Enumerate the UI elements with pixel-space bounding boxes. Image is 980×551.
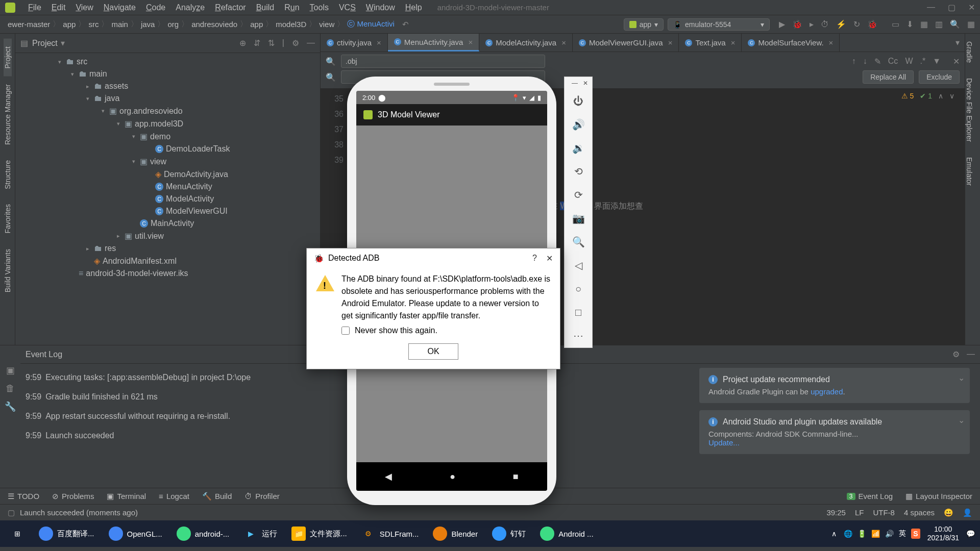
- emulator-close-icon[interactable]: ✕: [583, 80, 588, 87]
- tree-arrow-icon[interactable]: ▾: [100, 108, 107, 114]
- warning-badge[interactable]: ⚠ 5: [901, 92, 914, 100]
- menu-window[interactable]: Window: [361, 3, 400, 12]
- eventlog-settings-icon[interactable]: 🔧: [5, 401, 16, 412]
- taskbar-app[interactable]: Blender: [428, 524, 483, 543]
- profile-icon[interactable]: ⏱: [821, 20, 829, 29]
- crumb[interactable]: src: [86, 20, 101, 29]
- tool-todo[interactable]: ☰ TODO: [8, 492, 39, 501]
- never-show-label[interactable]: Never show this again.: [355, 326, 437, 335]
- tree-item[interactable]: ◈DemoActivity.java: [15, 168, 320, 181]
- menu-tools[interactable]: Tools: [305, 3, 334, 12]
- tray-battery-icon[interactable]: 🔋: [857, 530, 866, 538]
- coverage-icon[interactable]: ▸: [810, 19, 814, 29]
- resource-manager-icon[interactable]: ▦: [920, 19, 928, 29]
- project-tree[interactable]: ▾🖿src▾🖿main▸🖿assets▾🖿java▾▣org.andresovi…: [15, 53, 320, 345]
- file-encoding[interactable]: UTF-8: [873, 508, 895, 517]
- menu-edit[interactable]: Edit: [46, 3, 71, 12]
- project-dropdown-icon[interactable]: ▤: [20, 38, 28, 48]
- gutter-gradle[interactable]: Gradle: [965, 34, 973, 70]
- crumb[interactable]: ewer-master: [5, 20, 53, 29]
- match-case-icon[interactable]: Cc: [888, 57, 898, 66]
- inspection-icon[interactable]: 👤: [963, 508, 972, 517]
- tree-item[interactable]: CModelViewerGUI: [15, 205, 320, 217]
- emulator-more-icon[interactable]: ⋯: [565, 324, 592, 347]
- prev-occurrence-icon[interactable]: ↑: [852, 57, 856, 66]
- find-input[interactable]: [341, 55, 545, 68]
- next-occurrence-icon[interactable]: ↓: [863, 57, 867, 66]
- settings-icon[interactable]: ▦: [967, 19, 975, 29]
- gutter-project[interactable]: Project: [4, 39, 12, 77]
- taskbar-app[interactable]: Android ...: [535, 524, 598, 543]
- menu-view[interactable]: View: [70, 3, 98, 12]
- crumb[interactable]: view: [316, 20, 337, 29]
- statusbar-icon[interactable]: ▢: [8, 508, 15, 517]
- locate-icon[interactable]: ⊕: [239, 38, 246, 48]
- emulator-zoom-icon[interactable]: 🔍: [565, 230, 592, 254]
- tree-arrow-icon[interactable]: ▸: [84, 245, 91, 252]
- tray-wifi-icon[interactable]: 📶: [871, 530, 880, 538]
- emulator-overview-icon[interactable]: □: [565, 300, 592, 324]
- search-icon[interactable]: 🔍: [950, 19, 960, 29]
- tool-logcat[interactable]: ≡ Logcat: [159, 492, 189, 500]
- taskbar-app[interactable]: 📁文件资源...: [286, 524, 352, 543]
- run-icon[interactable]: ▶: [779, 19, 785, 29]
- notification-link[interactable]: Update...: [708, 438, 740, 447]
- close-icon[interactable]: ×: [561, 38, 566, 47]
- tree-arrow-icon[interactable]: ▾: [130, 158, 137, 165]
- layout-inspector-icon[interactable]: ▥: [935, 19, 943, 29]
- sdk-manager-icon[interactable]: ⬇: [906, 19, 913, 29]
- next-highlight-icon[interactable]: ∨: [949, 92, 954, 100]
- crumb[interactable]: app: [60, 20, 78, 29]
- eventlog-clear-icon[interactable]: 🗑: [6, 383, 15, 394]
- emulator-home-icon[interactable]: ○: [565, 277, 592, 300]
- menu-build[interactable]: Build: [251, 3, 280, 12]
- tray-icon[interactable]: S: [911, 529, 920, 539]
- crumb[interactable]: main: [109, 20, 131, 29]
- gutter-favorites[interactable]: Favorites: [4, 196, 12, 241]
- tree-item[interactable]: ▸▣util.view: [15, 230, 320, 242]
- never-show-checkbox[interactable]: [341, 327, 350, 335]
- close-icon[interactable]: ×: [377, 38, 381, 47]
- window-minimize-icon[interactable]: —: [927, 3, 935, 12]
- menu-navigate[interactable]: Navigate: [99, 3, 141, 12]
- emulator-back-icon[interactable]: ◁: [565, 254, 592, 277]
- tool-layout-inspector[interactable]: ▦ Layout Inspector: [905, 492, 972, 501]
- taskbar-app[interactable]: ⚙SDLFram...: [356, 524, 424, 543]
- editor-tab[interactable]: CModelViewerGUI.java×: [573, 34, 679, 52]
- eventlog-export-icon[interactable]: ▣: [6, 365, 15, 376]
- tool-eventlog[interactable]: 3 Event Log: [847, 492, 893, 501]
- avd-manager-icon[interactable]: ▭: [892, 19, 899, 29]
- editor-tab[interactable]: CModelSurfaceView.×: [742, 34, 840, 52]
- menu-help[interactable]: Help: [400, 3, 427, 12]
- tool-build[interactable]: 🔨 Build: [202, 492, 232, 501]
- taskbar-app[interactable]: ▶运行: [238, 524, 282, 543]
- gear-icon[interactable]: ⚙: [292, 38, 299, 48]
- run-config-dropdown[interactable]: app ▾: [624, 18, 664, 31]
- dialog-help-icon[interactable]: ?: [532, 254, 537, 263]
- tree-item[interactable]: ▾▣demo: [15, 130, 320, 143]
- editor-tab[interactable]: CText.java×: [679, 34, 742, 52]
- notification-link[interactable]: upgraded: [811, 387, 843, 396]
- gutter-device-file-explorer[interactable]: Device File Explorer: [965, 70, 973, 149]
- tabs-chevron-icon[interactable]: ▾: [950, 38, 965, 47]
- emulator-power-icon[interactable]: ⏻: [565, 89, 592, 113]
- ok-badge[interactable]: ✔ 1: [920, 92, 932, 100]
- crumb[interactable]: java: [138, 20, 158, 29]
- collapse-icon[interactable]: ⇅: [268, 38, 275, 48]
- close-icon[interactable]: ×: [731, 38, 736, 47]
- close-icon[interactable]: ×: [468, 38, 473, 46]
- tool-profiler[interactable]: ⏱ Profiler: [244, 492, 280, 500]
- taskbar-app[interactable]: 钉钉: [487, 524, 531, 543]
- attach-debugger-icon[interactable]: 🐞: [867, 19, 877, 29]
- device-dropdown[interactable]: 📱 emulator-5554 ▾: [668, 18, 770, 31]
- dialog-close-icon[interactable]: ✕: [546, 254, 553, 263]
- phone-home-button[interactable]: ●: [450, 471, 455, 482]
- tree-item[interactable]: ≡android-3d-model-viewer.iks: [15, 267, 320, 280]
- filter-icon[interactable]: ▼: [933, 57, 941, 66]
- gutter-emulator[interactable]: Emulator: [965, 149, 973, 193]
- words-icon[interactable]: W: [905, 57, 913, 66]
- emulator-volume-down-icon[interactable]: 🔉: [565, 136, 592, 160]
- tree-arrow-icon[interactable]: ▾: [69, 71, 76, 78]
- gutter-build-variants[interactable]: Build Variants: [4, 241, 12, 300]
- tree-arrow-icon[interactable]: ▾: [130, 133, 137, 140]
